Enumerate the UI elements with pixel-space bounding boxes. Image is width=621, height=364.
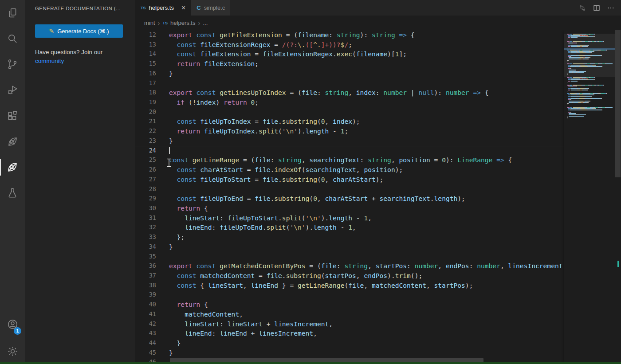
vertical-scrollbar[interactable] (615, 30, 621, 364)
line-number: 19 (135, 98, 156, 107)
line-number: 35 (135, 252, 156, 262)
line-number: 28 (135, 184, 156, 194)
code-line[interactable]: 29 const fileUpToEnd = file.substring(0,… (135, 194, 564, 204)
code-line[interactable]: 17 (135, 78, 564, 88)
code-line[interactable]: 18export const getLinesUpToIndex = (file… (135, 88, 564, 98)
code-line[interactable]: 14 const fileExtension = fileExtensionRe… (135, 49, 564, 59)
c-file-icon: C (197, 4, 200, 11)
code-line[interactable]: 30 return { (135, 204, 564, 213)
more-actions-icon[interactable] (607, 4, 615, 12)
generate-docs-label: Generate Docs (⌘.) (57, 28, 109, 35)
code-line[interactable]: 26 const charAtStart = file.indexOf(sear… (135, 165, 564, 175)
extensions-icon[interactable] (0, 103, 25, 129)
source-control-icon[interactable] (0, 51, 25, 77)
code-line[interactable]: 42 lineStart: lineStart + linesIncrement… (135, 319, 564, 329)
tab-label: simple.c (204, 4, 225, 11)
tab-helpers-ts[interactable]: TS helpers.ts × (135, 0, 191, 16)
line-number: 12 (135, 30, 156, 40)
line-number: 22 (135, 126, 156, 136)
typescript-file-icon: TS (141, 6, 146, 10)
account-badge: 1 (14, 327, 21, 335)
tab-label: helpers.ts (149, 4, 174, 11)
code-line[interactable]: 20 (135, 107, 564, 117)
chevron-right-icon: › (158, 19, 160, 27)
generate-docs-button[interactable]: ✎ Generate Docs (⌘.) (35, 24, 123, 38)
code-line[interactable]: 43 lineEnd: lineEnd + linesIncrement, (135, 329, 564, 338)
code-line[interactable]: 12export const getFileExtension = (filen… (135, 30, 564, 40)
split-editor-icon[interactable] (593, 4, 601, 12)
line-number: 31 (135, 213, 156, 223)
search-icon[interactable] (0, 26, 25, 51)
code-editor[interactable]: 12export const getFileExtension = (filen… (135, 30, 621, 364)
minimap[interactable] (564, 30, 615, 364)
code-line[interactable]: 22 return fileUpToIndex.split('\n').leng… (135, 126, 564, 136)
line-number: 41 (135, 309, 156, 319)
code-line[interactable]: 36export const getMatchedContentByPos = … (135, 261, 564, 271)
code-line[interactable]: 23} (135, 136, 564, 146)
line-number: 14 (135, 49, 156, 59)
breadcrumb-file[interactable]: helpers.ts (170, 20, 195, 26)
tab-bar: TS helpers.ts × C simple.c (135, 0, 621, 16)
code-line[interactable]: 41 matchedContent, (135, 309, 564, 319)
code-line[interactable]: 32 lineEnd: fileUpToEnd.split('\n').leng… (135, 223, 564, 232)
line-number: 44 (135, 338, 156, 348)
breadcrumb-symbol[interactable]: ... (203, 20, 208, 26)
code-line[interactable]: 31 lineStart: fileUpToStart.split('\n').… (135, 213, 564, 223)
code-line[interactable]: 37 const matchedContent = file.substring… (135, 271, 564, 281)
doc-writer-leaf-icon[interactable] (0, 154, 25, 180)
explorer-icon[interactable] (0, 0, 25, 26)
code-line[interactable]: 28 (135, 184, 564, 194)
community-link[interactable]: community (35, 58, 64, 64)
line-number: 18 (135, 88, 156, 98)
text-cursor (169, 147, 170, 155)
line-number: 20 (135, 107, 156, 117)
line-number: 25 (135, 155, 156, 165)
line-number: 16 (135, 69, 156, 78)
run-debug-icon[interactable] (0, 77, 25, 103)
code-line[interactable]: 33 }; (135, 232, 564, 242)
line-number: 23 (135, 136, 156, 146)
code-line[interactable]: 39 (135, 290, 564, 300)
writing-hand-icon: ✎ (49, 27, 54, 35)
tab-simple-c[interactable]: C simple.c (191, 0, 230, 16)
doc-leaf-icon[interactable] (0, 129, 25, 154)
code-line[interactable]: 45} (135, 348, 564, 358)
typescript-file-icon: TS (163, 21, 168, 25)
code-line[interactable]: 35 (135, 252, 564, 262)
vertical-scrollbar-slider[interactable] (615, 30, 621, 177)
code-line[interactable]: 34} (135, 242, 564, 252)
code-line[interactable]: 24 (135, 146, 564, 156)
code-line[interactable]: 27 const fileUpToStart = file.substring(… (135, 175, 564, 184)
chevron-right-icon: › (198, 19, 200, 27)
code-line[interactable]: 44 } (135, 338, 564, 348)
account-icon[interactable]: 1 (0, 313, 25, 338)
overview-ruler-marker (617, 261, 619, 267)
code-line[interactable]: 21 const fileUpToIndex = file.substring(… (135, 117, 564, 126)
code-line[interactable]: 19 if (!index) return 0; (135, 98, 564, 107)
line-number: 24 (135, 146, 156, 156)
line-number: 21 (135, 117, 156, 126)
line-number: 32 (135, 223, 156, 232)
code-line[interactable]: 25const getLineRange = (file: string, se… (135, 155, 564, 165)
code-lines: 12export const getFileExtension = (filen… (135, 30, 564, 364)
close-tab-icon[interactable]: × (181, 4, 185, 12)
code-line[interactable]: 15 return fileExtension; (135, 59, 564, 69)
line-number: 39 (135, 290, 156, 300)
questions-text: Have questions? Join our (35, 47, 135, 57)
line-number: 30 (135, 204, 156, 213)
line-number: 15 (135, 59, 156, 69)
line-number: 27 (135, 175, 156, 184)
screen-share-border (0, 362, 621, 364)
code-line[interactable]: 13 const fileExtensionRegex = /(?:\.([^.… (135, 40, 564, 50)
open-changes-icon[interactable] (578, 4, 586, 12)
line-number: 42 (135, 319, 156, 329)
line-number: 33 (135, 232, 156, 242)
code-line[interactable]: 16} (135, 69, 564, 78)
line-number: 36 (135, 261, 156, 271)
breadcrumb-folder[interactable]: mint (144, 20, 155, 26)
testing-beaker-icon[interactable] (0, 180, 25, 206)
code-line[interactable]: 38 const { lineStart, lineEnd } = getLin… (135, 281, 564, 290)
line-number: 37 (135, 271, 156, 281)
settings-gear-icon[interactable] (0, 338, 25, 364)
code-line[interactable]: 40 return { (135, 300, 564, 309)
